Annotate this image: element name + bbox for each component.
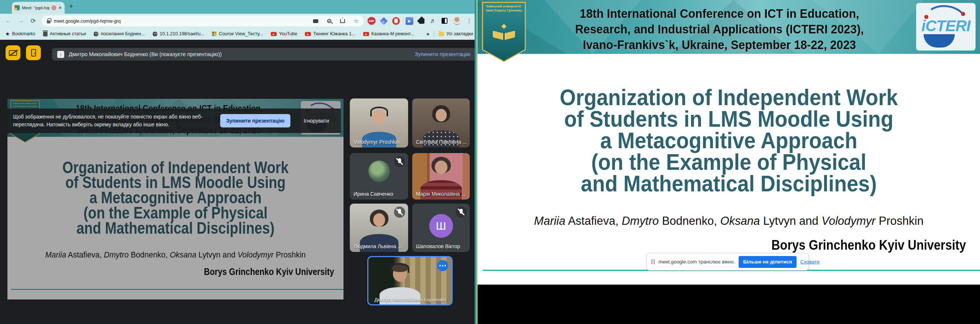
mic-muted-icon <box>456 207 467 218</box>
all-bookmarks-button[interactable]: Усі закладки <box>439 31 473 37</box>
window-edge <box>474 0 477 324</box>
youtube-icon: ▶ <box>271 32 277 36</box>
participant-tile[interactable]: Марія Миколаївна ... <box>412 153 470 200</box>
stop-presentation-button[interactable]: Зупинити презентацію <box>220 114 290 128</box>
keyboard-toggle-button[interactable] <box>6 45 21 60</box>
bookmark-star-icon[interactable]: ☆ <box>354 18 359 24</box>
participant-name: Ирина Савченко <box>353 191 393 197</box>
participant-tile[interactable]: Volodymyr Proshkin <box>350 99 408 147</box>
slide-body: Organization of Independent Work of Stud… <box>8 137 344 300</box>
bookmark-item[interactable]: посилання Боднен... <box>94 31 145 37</box>
slide-university: Borys Grinchenko Kyiv University <box>204 266 334 277</box>
chrome-share-pill: meet.google.com транслює вікно. Більше н… <box>646 253 809 270</box>
tab-close-icon[interactable]: ✕ <box>58 6 62 10</box>
reload-icon[interactable]: ⟳ <box>30 17 36 25</box>
avatar-initial: Ш <box>429 214 453 238</box>
address-bar[interactable]: meet.google.com/pgd-hqmw-grq ☆ <box>41 16 364 26</box>
participant-tile[interactable]: Ирина Савченко <box>350 153 408 200</box>
bookmark-item[interactable]: ★ Bookmarks <box>5 31 35 37</box>
bookmark-item[interactable]: 10.1.210.198/sael/u... <box>153 31 204 37</box>
door-icon <box>31 49 36 56</box>
tab-strip: Meet: "pgd-hqmw-grq" ✕ + <box>0 0 477 14</box>
bookmark-item[interactable]: ▶ YouTube <box>271 31 297 37</box>
participant-name: Світлана Павлівна ... <box>416 139 467 145</box>
url-text[interactable]: meet.google.com/pgd-hqmw-grq <box>54 19 121 24</box>
video-extension-icon[interactable]: ▶ <box>406 17 413 25</box>
slide-divider-line <box>11 289 344 290</box>
participant-tile[interactable]: Людмила Львівна ... <box>350 204 408 252</box>
darkmode-extension-icon[interactable] <box>442 18 447 24</box>
bookmark-item[interactable]: Course View_Тесту... <box>212 31 263 37</box>
bookmark-item[interactable]: Активные статьи <box>43 31 86 37</box>
browser-menu-icon[interactable]: ⋮ <box>466 18 472 24</box>
meet-favicon-icon <box>14 5 20 10</box>
self-view-tile[interactable]: Дмитро Миколайович Бодненко <box>367 256 453 305</box>
presenter-name: Дмитро Миколайович Бодненко (Ви (показує… <box>69 51 410 57</box>
tile-options-button[interactable] <box>437 260 448 271</box>
participant-name: Шаповалов Віктор <box>416 243 460 249</box>
folder-icon <box>439 32 444 36</box>
bookmarks-overflow-icon[interactable]: » <box>426 31 429 37</box>
self-name: Дмитро Миколайович Бодненко <box>368 297 452 302</box>
slide-authors: Mariia Astafieva, Dmytro Bodnenko, Oksan… <box>8 250 344 259</box>
meet-main: ↑ Дмитро Миколайович Бодненко (Ви (показ… <box>0 40 477 324</box>
tab-meet[interactable]: Meet: "pgd-hqmw-grq" ✕ <box>12 2 65 14</box>
presenting-icon: ↑ <box>57 51 64 58</box>
new-tab-button[interactable]: + <box>69 2 73 10</box>
mic-muted-icon <box>394 207 405 218</box>
star-icon: ★ <box>5 31 10 37</box>
stop-presentation-link[interactable]: Зупинити презентацію <box>415 51 471 57</box>
back-icon[interactable]: ← <box>5 17 11 24</box>
share-page-icon[interactable] <box>340 19 345 23</box>
slide-title: Organization of Independent Work of Stud… <box>24 160 327 236</box>
slide-university: Borys Grinchenko Kyiv University <box>771 238 966 253</box>
conference-title: 18th International Conference on ICT in … <box>545 6 894 53</box>
forward-icon[interactable]: → <box>18 17 24 24</box>
participant-name: Марія Миколаївна ... <box>416 191 466 197</box>
shared-slide-window: Київський університет імені Бориса Грінч… <box>477 0 980 324</box>
university-crest: Київський університет імені Бориса Грінч… <box>482 2 526 62</box>
globe-icon <box>153 32 158 37</box>
tab-title: Meet: "pgd-hqmw-grq" <box>22 6 49 10</box>
education-extension-icon[interactable] <box>380 17 388 24</box>
youtube-icon: ▶ <box>305 32 311 36</box>
share-message: meet.google.com транслює вікно. <box>659 259 735 265</box>
extensions-puzzle-icon[interactable] <box>419 18 425 24</box>
profile-avatar[interactable] <box>453 17 461 25</box>
keyboard-off-icon <box>9 50 17 56</box>
participant-tile[interactable]: Ш Шаповалов Віктор <box>412 204 470 252</box>
camera-permission-icon[interactable] <box>313 19 318 23</box>
screen: Meet: "pgd-hqmw-grq" ✕ + ← → ⟳ ⌂ meet.go… <box>0 0 980 324</box>
participant-tile[interactable]: Світлана Павлівна ... <box>412 99 470 147</box>
youtube-icon: ▶ <box>363 32 369 36</box>
avatar <box>368 161 390 182</box>
hide-link[interactable]: Сховати <box>800 259 819 265</box>
warning-text: Щоб зображення не дублювалося, не показу… <box>13 113 215 129</box>
mirror-warning-banner: Щоб зображення не дублювалося, не показу… <box>6 109 341 133</box>
globe-icon <box>94 32 99 37</box>
exit-door-button[interactable] <box>26 45 41 60</box>
extensions-row: ABP ▶ ♬ ⋮ <box>368 14 472 28</box>
pause-icon <box>651 259 655 264</box>
ms-tiles-icon <box>212 32 216 36</box>
slide-banner: Київський університет імені Бориса Грінч… <box>477 0 980 54</box>
presenter-bar: ↑ Дмитро Миколайович Бодненко (Ви (показ… <box>52 48 476 61</box>
bookmark-item[interactable]: ▶ Тюнинг Южанка 1... <box>305 31 355 37</box>
bookmark-item[interactable]: ▶ Казанка-М ремонт... <box>363 31 414 37</box>
stop-sharing-button[interactable]: Більше не ділитися <box>739 256 797 268</box>
blocker-extension-icon[interactable] <box>392 17 400 25</box>
browser-toolbar: ← → ⟳ ⌂ meet.google.com/pgd-hqmw-grq ☆ A… <box>0 14 477 28</box>
slide: Київський університет імені Бориса Грінч… <box>477 0 980 285</box>
lock-icon <box>47 21 51 23</box>
adblock-extension-icon[interactable]: ABP <box>368 17 375 25</box>
ignore-button[interactable]: Ігнорувати <box>296 118 337 124</box>
zoom-out-icon[interactable] <box>327 19 331 23</box>
recording-indicator-icon <box>52 6 56 10</box>
article-icon <box>43 32 48 37</box>
playlist-extension-icon[interactable]: ♬ <box>430 18 436 24</box>
participant-name: Людмила Львівна ... <box>353 243 402 249</box>
browser-window: Meet: "pgd-hqmw-grq" ✕ + ← → ⟳ ⌂ meet.go… <box>0 0 477 324</box>
slide-title: Organization of Independent Work of Stud… <box>503 86 955 194</box>
slide-authors: Mariia Astafieva, Dmytro Bodnenko, Oksan… <box>477 214 980 228</box>
participant-name: Volodymyr Proshkin <box>353 139 399 145</box>
